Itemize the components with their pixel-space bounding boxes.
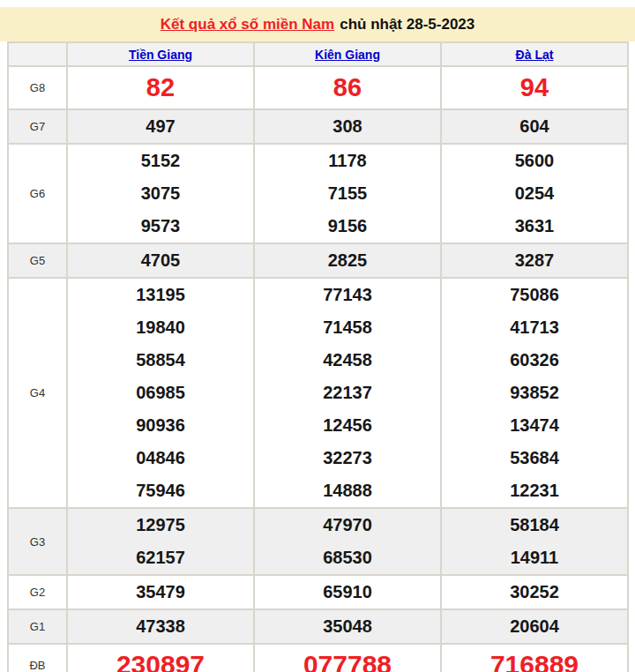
prize-number: 14888: [255, 474, 440, 507]
prize-number: 3631: [442, 210, 627, 243]
prize-number: 41713: [442, 311, 627, 344]
prize-number: 42458: [255, 344, 440, 377]
table-row: G5470528253287: [8, 243, 628, 278]
prize-number: 14911: [442, 541, 627, 574]
table-row: G1473383504820604: [8, 609, 628, 644]
prize-number: 75946: [68, 474, 253, 507]
table-row: G7497308604: [8, 109, 628, 144]
prize-number: 5600: [442, 145, 627, 177]
prize-number: 19840: [68, 311, 253, 344]
prize-number: 13195: [68, 279, 253, 311]
prize-number: 230897: [68, 645, 253, 672]
province-link-kien-giang[interactable]: Kiên Giang: [315, 48, 380, 62]
title-bar: Kết quả xổ số miền Namchủ nhật 28-5-2023: [0, 7, 635, 41]
prize-cell: 35048: [254, 609, 441, 644]
prize-number: 75086: [442, 279, 627, 311]
header-cell-province-2: Kiên Giang: [254, 42, 441, 66]
prize-number: 47338: [68, 610, 253, 643]
prize-number: 077788: [255, 645, 440, 672]
prize-cell: 30252: [441, 575, 628, 609]
header-cell-province-1: Tiền Giang: [67, 42, 254, 66]
table-row: G6515230759573117871559156560002543631: [8, 144, 628, 243]
prize-number: 716889: [442, 645, 627, 672]
header-cell-province-3: Đà Lạt: [441, 42, 628, 66]
prize-cell: 716889: [441, 644, 628, 672]
prize-number: 35048: [255, 610, 440, 643]
prize-number: 90936: [68, 409, 253, 442]
prize-number: 604: [442, 110, 627, 143]
prize-number: 53684: [442, 442, 627, 474]
prize-label: G8: [8, 66, 67, 109]
prize-number: 1178: [255, 145, 440, 177]
prize-cell: 3287: [441, 243, 628, 278]
prize-cell: 13195198405885406985909360484675946: [67, 278, 254, 508]
prize-cell: 77143714584245822137124563227314888: [254, 278, 441, 508]
prize-number: 2825: [255, 244, 440, 277]
prize-number: 68530: [255, 541, 440, 574]
header-empty-cell: [8, 42, 67, 66]
prize-cell: 4797068530: [254, 508, 441, 575]
prize-number: 7155: [255, 177, 440, 210]
prize-number: 3287: [442, 244, 627, 277]
prize-label: G2: [8, 575, 67, 609]
prize-number: 71458: [255, 311, 440, 344]
prize-label: G7: [8, 109, 67, 144]
title-date: chủ nhật 28-5-2023: [340, 16, 474, 33]
prize-cell: 560002543631: [441, 144, 628, 243]
prize-number: 94: [442, 67, 627, 108]
prize-label: G3: [8, 508, 67, 575]
prize-number: 65910: [255, 576, 440, 609]
prize-cell: 94: [441, 66, 628, 109]
prize-number: 9156: [255, 210, 440, 243]
results-table: Tiền Giang Kiên Giang Đà Lạt G8828694G74…: [7, 41, 629, 672]
province-link-tien-giang[interactable]: Tiền Giang: [129, 48, 192, 62]
prize-cell: 604: [441, 109, 628, 144]
prize-number: 9573: [68, 210, 253, 243]
prize-number: 60326: [442, 344, 627, 377]
prize-label: G5: [8, 243, 67, 278]
prize-number: 86: [255, 67, 440, 108]
prize-cell: 82: [67, 66, 254, 109]
prize-number: 12456: [255, 409, 440, 442]
table-row: ĐB230897077788716889: [8, 644, 628, 672]
prize-cell: 497: [67, 109, 254, 144]
header-row: Tiền Giang Kiên Giang Đà Lạt: [8, 42, 628, 66]
results-table-body: G8828694G7497308604G65152307595731178715…: [8, 66, 628, 672]
prize-label: G4: [8, 278, 67, 508]
prize-number: 4705: [68, 244, 253, 277]
prize-cell: 308: [254, 109, 441, 144]
prize-label: G1: [8, 609, 67, 644]
prize-number: 58854: [68, 344, 253, 377]
prize-cell: 75086417136032693852134745368412231: [441, 278, 628, 508]
prize-number: 93852: [442, 377, 627, 409]
prize-number: 32273: [255, 442, 440, 474]
table-row: G413195198405885406985909360484675946771…: [8, 278, 628, 508]
prize-number: 82: [68, 67, 253, 108]
prize-cell: 117871559156: [254, 144, 441, 243]
prize-cell: 5818414911: [441, 508, 628, 575]
prize-label: G6: [8, 144, 67, 243]
prize-number: 5152: [68, 145, 253, 177]
prize-number: 04846: [68, 442, 253, 474]
province-link-da-lat[interactable]: Đà Lạt: [516, 48, 554, 62]
prize-cell: 35479: [67, 575, 254, 609]
prize-number: 58184: [442, 509, 627, 541]
prize-cell: 077788: [254, 644, 441, 672]
prize-number: 77143: [255, 279, 440, 311]
table-row: G8828694: [8, 66, 628, 109]
prize-number: 497: [68, 110, 253, 143]
prize-cell: 4705: [67, 243, 254, 278]
prize-number: 12231: [442, 474, 627, 507]
prize-number: 308: [255, 110, 440, 143]
title-link[interactable]: Kết quả xổ số miền Nam: [161, 16, 334, 33]
prize-number: 0254: [442, 177, 627, 210]
prize-number: 30252: [442, 576, 627, 609]
prize-cell: 20604: [441, 609, 628, 644]
table-row: G2354796591030252: [8, 575, 628, 609]
prize-cell: 230897: [67, 644, 254, 672]
prize-number: 06985: [68, 377, 253, 409]
prize-number: 3075: [68, 177, 253, 210]
prize-cell: 1297562157: [67, 508, 254, 575]
prize-cell: 65910: [254, 575, 441, 609]
table-row: G3129756215747970685305818414911: [8, 508, 628, 575]
